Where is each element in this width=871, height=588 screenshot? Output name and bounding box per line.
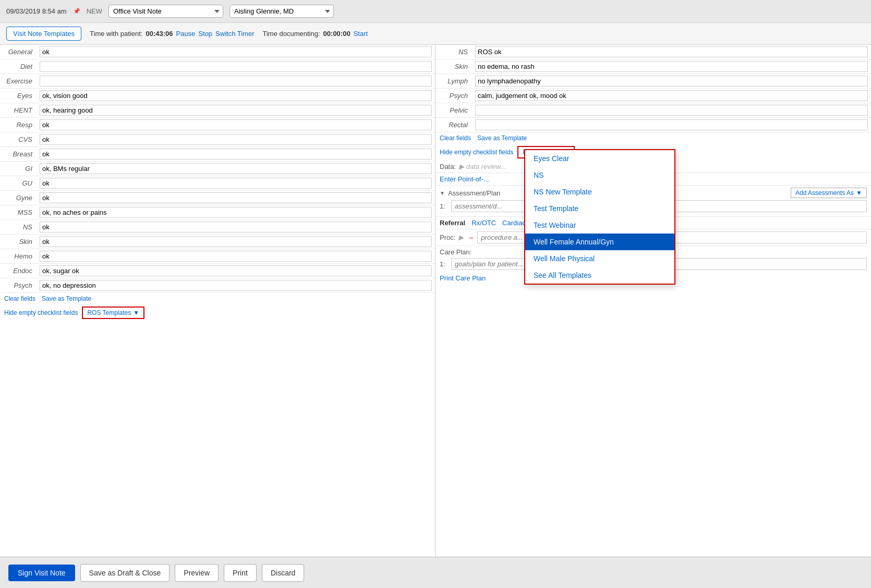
collapse-arrow-icon[interactable]: ▼ xyxy=(440,190,445,196)
ros-field-input-gu[interactable] xyxy=(40,178,432,189)
ros-field-input-gyne[interactable] xyxy=(40,192,432,203)
add-assessments-button[interactable]: Add Assessments As ▼ xyxy=(791,188,867,198)
ros-field-cell xyxy=(37,205,435,220)
pe-field-input-ns[interactable] xyxy=(475,46,868,57)
ros-field-cell xyxy=(37,118,435,132)
pe-save-as-template-link[interactable]: Save as Template xyxy=(477,134,527,142)
pe-dropdown-item-see-all-templates[interactable]: See All Templates xyxy=(525,267,674,284)
ros-field-input-cvs[interactable] xyxy=(40,134,432,145)
pe-clear-fields-link[interactable]: Clear fields xyxy=(440,134,471,142)
pe-field-input-lymph[interactable] xyxy=(475,76,868,87)
time-documenting-label: Time documenting: xyxy=(263,30,320,38)
ros-table-row: Hemo xyxy=(0,249,435,264)
top-bar: 09/03/2019 8:54 am 📌 NEW Office Visit No… xyxy=(0,0,871,23)
ros-clear-fields-link[interactable]: Clear fields xyxy=(4,295,35,302)
print-care-plan-link[interactable]: Print Care Plan xyxy=(440,274,486,282)
pe-field-label: Skin xyxy=(436,59,472,74)
proc-label: Proc: xyxy=(440,234,455,241)
pe-table-row: Skin xyxy=(436,59,871,74)
ros-field-label: Exercise xyxy=(0,74,37,89)
pe-field-cell xyxy=(472,118,871,132)
ros-table-row: Breast xyxy=(0,147,435,162)
ros-field-cell xyxy=(37,59,435,74)
pe-dropdown-item-ns-new-template[interactable]: NS New Template xyxy=(525,183,674,200)
ros-field-label: HENT xyxy=(0,103,37,118)
ros-field-cell xyxy=(37,162,435,176)
ros-field-cell xyxy=(37,176,435,191)
time-documenting-section: Time documenting: 00:00:00 Start xyxy=(263,30,368,38)
ros-templates-label: ROS Templates xyxy=(87,309,131,316)
time-with-patient-label: Time with patient: xyxy=(90,30,142,38)
pe-field-label: Pelvic xyxy=(436,103,472,118)
care-plan-row-num: 1: xyxy=(440,260,448,268)
pe-field-cell xyxy=(472,45,871,59)
visit-note-templates-button[interactable]: Visit Note Templates xyxy=(6,27,81,41)
pe-dropdown-item-eyes-clear[interactable]: Eyes Clear xyxy=(525,150,674,167)
pe-field-input-pelvic[interactable] xyxy=(475,105,868,116)
pe-field-input-skin[interactable] xyxy=(475,61,868,72)
ros-field-label: NS xyxy=(0,220,37,235)
ros-field-input-general[interactable] xyxy=(40,46,432,57)
enter-point-label: Enter Point-of-... xyxy=(440,175,489,183)
pe-dropdown-item-well-male-physical[interactable]: Well Male Physical xyxy=(525,250,674,267)
pe-field-cell xyxy=(472,103,871,118)
ros-table-row: Eyes xyxy=(0,89,435,103)
add-assessments-label: Add Assessments As xyxy=(795,189,854,197)
referral-label: Referral xyxy=(440,219,465,227)
referral-rx-otc-link[interactable]: Rx/OTC xyxy=(471,219,496,227)
pin-icon: 📌 xyxy=(73,8,80,15)
switch-timer-link[interactable]: Switch Timer xyxy=(215,30,254,38)
ros-field-label: GI xyxy=(0,162,37,176)
ros-hide-empty-button[interactable]: Hide empty checklist fields xyxy=(4,309,78,316)
ros-field-cell xyxy=(37,45,435,59)
ros-table-row: Diet xyxy=(0,59,435,74)
ros-table-row: MSS xyxy=(0,205,435,220)
pe-dropdown-item-test-template[interactable]: Test Template xyxy=(525,200,674,217)
ros-field-label: Endoc xyxy=(0,264,37,278)
ros-field-input-breast[interactable] xyxy=(40,149,432,160)
pe-field-label: NS xyxy=(436,45,472,59)
ros-field-label: Diet xyxy=(0,59,37,74)
start-link[interactable]: Start xyxy=(354,30,368,38)
ros-field-input-diet[interactable] xyxy=(40,61,432,72)
ros-table-row: Endoc xyxy=(0,264,435,278)
ros-field-input-mss[interactable] xyxy=(40,207,432,218)
ros-field-label: Skin xyxy=(0,235,37,249)
pe-field-cell xyxy=(472,89,871,103)
note-type-select[interactable]: Office Visit Note xyxy=(108,5,223,18)
ros-field-input-resp[interactable] xyxy=(40,119,432,130)
time-with-patient-section: Time with patient: 00:43:06 Pause Stop S… xyxy=(90,30,254,38)
left-panel: GeneralDietExerciseEyesHENTRespCVSBreast… xyxy=(0,45,436,557)
ros-field-input-endoc[interactable] xyxy=(40,265,432,276)
ros-field-input-exercise[interactable] xyxy=(40,76,432,87)
pe-field-input-rectal[interactable] xyxy=(475,119,868,130)
ros-field-input-psych[interactable] xyxy=(40,280,432,291)
assessment-row-num: 1: xyxy=(440,202,448,210)
ros-field-input-eyes[interactable] xyxy=(40,90,432,101)
pe-hide-empty-button[interactable]: Hide empty checklist fields xyxy=(440,149,513,156)
pause-link[interactable]: Pause xyxy=(176,30,195,38)
ros-table-row: Exercise xyxy=(0,74,435,89)
referral-cardiac-link[interactable]: Cardiac xyxy=(502,219,526,227)
ros-field-cell xyxy=(37,249,435,264)
ros-field-input-gi[interactable] xyxy=(40,163,432,174)
main-content: GeneralDietExerciseEyesHENTRespCVSBreast… xyxy=(0,45,871,557)
ros-field-input-hent[interactable] xyxy=(40,105,432,116)
ros-field-cell xyxy=(37,74,435,89)
ros-field-input-skin[interactable] xyxy=(40,236,432,247)
stop-link[interactable]: Stop xyxy=(198,30,212,38)
pe-dropdown-item-test-webinar[interactable]: Test Webinar xyxy=(525,217,674,234)
pe-table-row: Lymph xyxy=(436,74,871,89)
pe-field-input-psych[interactable] xyxy=(475,90,868,101)
ros-save-as-template-link[interactable]: Save as Template xyxy=(42,295,91,302)
pe-field-label: Rectal xyxy=(436,118,472,132)
pe-dropdown-item-well-female-annual/gyn[interactable]: Well Female Annual/Gyn xyxy=(525,234,674,250)
ros-field-input-ns[interactable] xyxy=(40,222,432,232)
ros-templates-dropdown-button[interactable]: ROS Templates ▼ xyxy=(82,307,144,319)
pe-dropdown-item-ns[interactable]: NS xyxy=(525,167,674,183)
ros-table-row: General xyxy=(0,45,435,59)
ros-field-label: Hemo xyxy=(0,249,37,264)
ros-field-label: Gyne xyxy=(0,191,37,205)
provider-select[interactable]: Aisling Glennie, MD xyxy=(229,5,334,18)
ros-field-input-hemo[interactable] xyxy=(40,251,432,262)
